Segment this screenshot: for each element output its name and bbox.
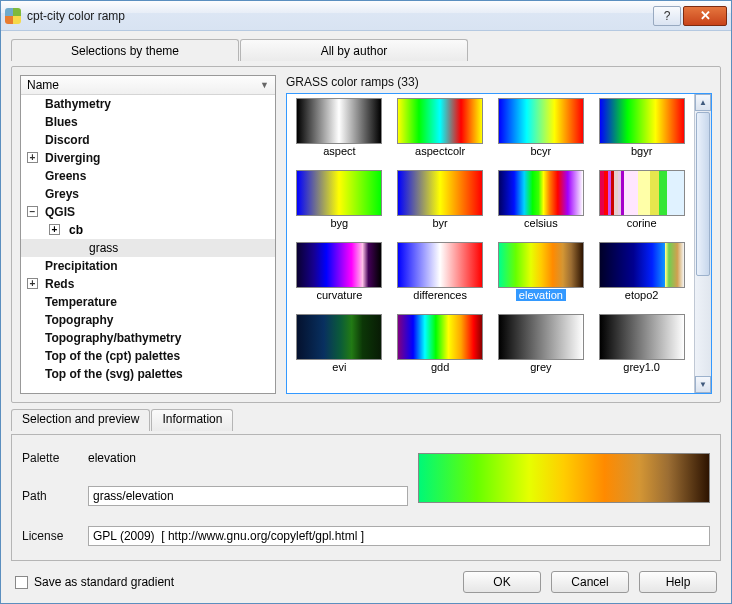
tree-item[interactable]: Top of the (svg) palettes bbox=[21, 365, 275, 383]
color-ramp-gradient bbox=[599, 314, 685, 360]
tree-item[interactable]: Greys bbox=[21, 185, 275, 203]
color-ramp-gradient bbox=[498, 242, 584, 288]
tree-item[interactable]: +Diverging bbox=[21, 149, 275, 167]
tree-item-label: QGIS bbox=[45, 205, 75, 219]
color-ramp-item[interactable]: celsius bbox=[493, 170, 590, 240]
tree-item[interactable]: Topography/bathymetry bbox=[21, 329, 275, 347]
tree-item[interactable]: Greens bbox=[21, 167, 275, 185]
titlebar-help-button[interactable]: ? bbox=[653, 6, 681, 26]
palette-value: elevation bbox=[88, 451, 408, 465]
details-panel: Palette elevation Path License bbox=[11, 434, 721, 561]
ok-button[interactable]: OK bbox=[463, 571, 541, 593]
color-ramp-gradient bbox=[296, 314, 382, 360]
color-ramp-item[interactable]: evi bbox=[291, 314, 388, 384]
tree-item[interactable]: Temperature bbox=[21, 293, 275, 311]
color-ramp-label: corine bbox=[624, 217, 660, 229]
color-ramp-item[interactable]: etopo2 bbox=[593, 242, 690, 312]
color-ramp-gradient bbox=[498, 170, 584, 216]
titlebar-close-button[interactable]: ✕ bbox=[683, 6, 727, 26]
tree-item-label: Blues bbox=[45, 115, 78, 129]
scroll-down-button[interactable]: ▼ bbox=[695, 376, 711, 393]
tree-item[interactable]: Blues bbox=[21, 113, 275, 131]
titlebar[interactable]: cpt-city color ramp ? ✕ bbox=[1, 1, 731, 31]
color-ramp-gradient bbox=[498, 314, 584, 360]
color-ramp-item[interactable]: differences bbox=[392, 242, 489, 312]
path-label: Path bbox=[22, 489, 78, 503]
license-input[interactable] bbox=[88, 526, 710, 546]
color-ramp-item[interactable]: byg bbox=[291, 170, 388, 240]
color-ramp-label: celsius bbox=[521, 217, 561, 229]
tree-item[interactable]: grass bbox=[21, 239, 275, 257]
color-ramp-item[interactable]: corine bbox=[593, 170, 690, 240]
scroll-thumb[interactable] bbox=[696, 112, 710, 276]
palette-label: Palette bbox=[22, 451, 78, 465]
tree-item-label: Greens bbox=[45, 169, 86, 183]
color-ramp-item[interactable]: elevation bbox=[493, 242, 590, 312]
tree-header-label: Name bbox=[27, 78, 59, 92]
theme-tree: Name ▼ BathymetryBluesDiscord+DivergingG… bbox=[20, 75, 276, 394]
tree-item-label: Bathymetry bbox=[45, 97, 111, 111]
color-ramp-label: differences bbox=[410, 289, 470, 301]
color-ramp-item[interactable]: gdd bbox=[392, 314, 489, 384]
tree-item[interactable]: Discord bbox=[21, 131, 275, 149]
tab-all-by-author[interactable]: All by author bbox=[240, 39, 468, 61]
color-ramp-item[interactable]: grey bbox=[493, 314, 590, 384]
collapse-icon[interactable]: − bbox=[27, 206, 38, 217]
color-ramp-item[interactable]: bcyr bbox=[493, 98, 590, 168]
gallery-scrollbar[interactable]: ▲ ▼ bbox=[694, 94, 711, 393]
color-ramp-item[interactable]: curvature bbox=[291, 242, 388, 312]
tree-item[interactable]: Topography bbox=[21, 311, 275, 329]
tree-item[interactable]: Top of the (cpt) palettes bbox=[21, 347, 275, 365]
color-ramp-label: etopo2 bbox=[622, 289, 662, 301]
tab-selection-preview[interactable]: Selection and preview bbox=[11, 409, 150, 431]
color-ramp-item[interactable]: grey1.0 bbox=[593, 314, 690, 384]
color-ramp-label: grey1.0 bbox=[620, 361, 663, 373]
tree-item-label: cb bbox=[69, 223, 83, 237]
color-ramp-gallery[interactable]: aspectaspectcolrbcyrbgyrbygbyrcelsiuscor… bbox=[287, 94, 694, 393]
color-ramp-label: aspect bbox=[320, 145, 358, 157]
tree-item-label: Top of the (cpt) palettes bbox=[45, 349, 180, 363]
dialog-window: cpt-city color ramp ? ✕ Selections by th… bbox=[0, 0, 732, 604]
color-ramp-item[interactable]: aspectcolr bbox=[392, 98, 489, 168]
tree-item[interactable]: +Reds bbox=[21, 275, 275, 293]
color-ramp-item[interactable]: byr bbox=[392, 170, 489, 240]
color-ramp-label: bcyr bbox=[527, 145, 554, 157]
tree-item-label: Diverging bbox=[45, 151, 100, 165]
color-ramp-gradient bbox=[397, 98, 483, 144]
tree-item[interactable]: +cb bbox=[21, 221, 275, 239]
scroll-up-button[interactable]: ▲ bbox=[695, 94, 711, 111]
expand-icon[interactable]: + bbox=[49, 224, 60, 235]
color-ramp-gradient bbox=[296, 170, 382, 216]
color-ramp-gradient bbox=[599, 242, 685, 288]
checkbox-box[interactable] bbox=[15, 576, 28, 589]
path-input[interactable] bbox=[88, 486, 408, 506]
tree-body[interactable]: BathymetryBluesDiscord+DivergingGreensGr… bbox=[21, 95, 275, 393]
tree-item[interactable]: −QGIS bbox=[21, 203, 275, 221]
color-ramp-label: curvature bbox=[313, 289, 365, 301]
color-ramp-gradient bbox=[296, 242, 382, 288]
tree-item-label: Top of the (svg) palettes bbox=[45, 367, 183, 381]
expand-icon[interactable]: + bbox=[27, 278, 38, 289]
tab-information[interactable]: Information bbox=[151, 409, 233, 431]
color-ramp-item[interactable]: bgyr bbox=[593, 98, 690, 168]
color-ramp-gradient bbox=[296, 98, 382, 144]
tree-item-label: Precipitation bbox=[45, 259, 118, 273]
save-as-standard-label: Save as standard gradient bbox=[34, 575, 174, 589]
save-as-standard-checkbox[interactable]: Save as standard gradient bbox=[15, 575, 174, 589]
help-button[interactable]: Help bbox=[639, 571, 717, 593]
color-ramp-gradient bbox=[397, 242, 483, 288]
cancel-button[interactable]: Cancel bbox=[551, 571, 629, 593]
tree-header[interactable]: Name ▼ bbox=[21, 76, 275, 95]
tab-selections-by-theme[interactable]: Selections by theme bbox=[11, 39, 239, 61]
color-ramp-item[interactable]: aspect bbox=[291, 98, 388, 168]
tree-item[interactable]: Bathymetry bbox=[21, 95, 275, 113]
color-ramp-label: byg bbox=[328, 217, 352, 229]
palette-preview bbox=[418, 453, 710, 503]
expand-icon[interactable]: + bbox=[27, 152, 38, 163]
tree-item-label: Greys bbox=[45, 187, 79, 201]
upper-panel: Name ▼ BathymetryBluesDiscord+DivergingG… bbox=[11, 66, 721, 403]
color-ramp-gradient bbox=[599, 170, 685, 216]
tree-item[interactable]: Precipitation bbox=[21, 257, 275, 275]
tree-item-label: Temperature bbox=[45, 295, 117, 309]
color-ramp-label: elevation bbox=[516, 289, 566, 301]
